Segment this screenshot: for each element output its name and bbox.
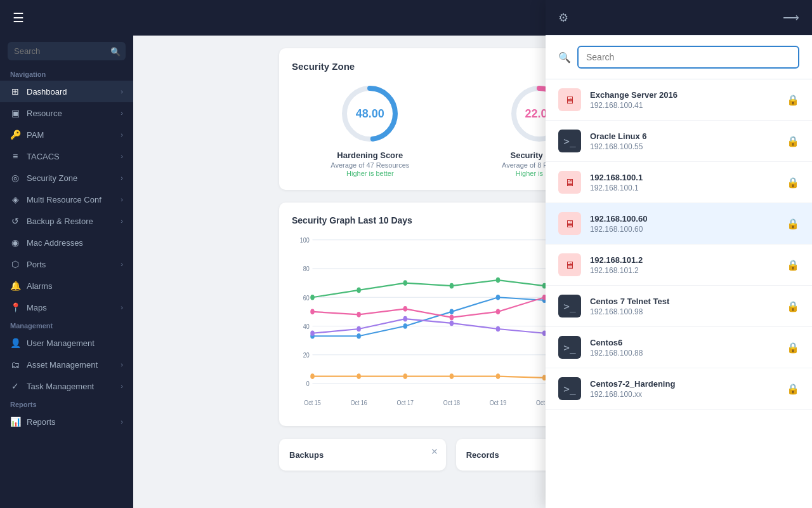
svg-point-34: [403, 323, 408, 329]
svg-point-45: [403, 306, 408, 312]
sidebar-item-dashboard[interactable]: ⊞ Dashboard ›: [0, 81, 133, 102]
sidebar-item-icon-security-zone: ◎: [10, 173, 20, 183]
sidebar-item-security-zone[interactable]: ◎ Security Zone ›: [0, 167, 133, 189]
svg-point-68: [450, 321, 454, 326]
svg-point-79: [450, 373, 454, 379]
svg-point-35: [450, 309, 454, 315]
sidebar-item-multi-resource[interactable]: ◈ Multi Resource Conf ›: [0, 189, 133, 210]
sidebar-item-label-reports: Reports: [27, 417, 56, 427]
sidebar-item-maps[interactable]: 📍 Maps ›: [0, 297, 133, 318]
sidebar-item-reports[interactable]: 📊 Reports ›: [0, 411, 133, 432]
resource-name-ip1: 192.168.100.1: [590, 173, 787, 182]
svg-text:60: 60: [303, 293, 310, 301]
resource-info-centos6: Centos6 192.168.100.88: [590, 338, 787, 358]
resource-icon-oracle: >_: [558, 130, 581, 152]
svg-point-78: [403, 373, 408, 379]
resource-item-centos7-2[interactable]: >_ Centos7-2_Hardening 192.168.100.xx 🔒: [546, 368, 812, 410]
sidebar-item-user-mgmt[interactable]: 👤 User Management: [0, 332, 133, 354]
resource-list: 🖥 Exchange Server 2016 192.168.100.41 🔒 …: [546, 79, 812, 508]
svg-point-80: [496, 373, 501, 379]
panel-search-input[interactable]: [577, 46, 799, 69]
resource-info-exchange: Exchange Server 2016 192.168.100.41: [590, 90, 787, 110]
sidebar-item-label-resource: Resource: [27, 109, 62, 118]
resource-info-centos-telnet: Centos 7 Telnet Test 192.168.100.98: [590, 297, 787, 316]
svg-text:Oct 16: Oct 16: [350, 399, 367, 406]
sidebar-item-label-ports: Ports: [27, 260, 46, 269]
sidebar: S SECHARD Complete Zero Trust 🔍 Navigati…: [0, 0, 133, 508]
sidebar-item-label-mac-addresses: Mac Addresses: [27, 238, 83, 248]
panel-search-bar: 🔍: [546, 36, 812, 79]
resource-ip-ip1: 192.168.100.1: [590, 184, 787, 192]
resource-name-oracle: Oracle Linux 6: [590, 131, 787, 141]
sidebar-chevron-multi-resource: ›: [121, 196, 123, 203]
resource-ip-ip60: 192.168.100.60: [590, 225, 787, 234]
resource-icon-ip1: 🖥: [558, 171, 581, 194]
svg-text:Oct 17: Oct 17: [397, 399, 414, 406]
sidebar-item-icon-multi-resource: ◈: [10, 194, 20, 204]
sidebar-nav: Navigation ⊞ Dashboard › ▣ Resource › 🔑 …: [0, 67, 133, 432]
sidebar-item-label-asset-mgmt: Asset Management: [27, 360, 98, 370]
sidebar-chevron-maps: ›: [121, 304, 123, 311]
sidebar-item-left: ◈ Multi Resource Conf: [10, 194, 102, 204]
resource-item-ip60[interactable]: 🖥 192.168.100.60 192.168.100.60 🔒: [546, 203, 812, 244]
resource-lock-ip1: 🔒: [787, 177, 799, 189]
sidebar-item-tacacs[interactable]: ≡ TACACS ›: [0, 145, 133, 167]
sidebar-item-label-tacacs: TACACS: [27, 152, 60, 161]
sidebar-search-input[interactable]: [8, 42, 126, 60]
hamburger-icon[interactable]: ☰: [13, 10, 24, 25]
sidebar-item-resource[interactable]: ▣ Resource ›: [0, 102, 133, 124]
sidebar-chevron-dashboard: ›: [121, 88, 123, 95]
svg-text:80: 80: [303, 265, 310, 272]
sidebar-item-left: ✓ Task Management: [10, 381, 94, 391]
sidebar-item-alarms[interactable]: 🔔 Alarms: [0, 275, 133, 297]
svg-text:Oct 15: Oct 15: [304, 399, 320, 406]
resource-ip-centos6: 192.168.100.88: [590, 349, 787, 358]
svg-point-57: [450, 283, 454, 289]
sidebar-item-label-alarms: Alarms: [27, 281, 52, 291]
svg-text:100: 100: [300, 236, 310, 244]
sidebar-search-container: 🔍: [0, 36, 133, 67]
panel-close-icon[interactable]: ⟶: [783, 11, 799, 25]
sidebar-item-ports[interactable]: ⬡ Ports ›: [0, 253, 133, 275]
resource-lock-ip60: 🔒: [787, 218, 799, 230]
sidebar-item-left: 🗂 Asset Management: [10, 359, 98, 370]
svg-text:40: 40: [303, 323, 310, 330]
svg-point-77: [357, 373, 361, 379]
sidebar-item-pam[interactable]: 🔑 PAM ›: [0, 124, 133, 145]
bottom-card-title-records: Records: [466, 450, 499, 460]
sidebar-item-backup-restore[interactable]: ↺ Backup & Restore ›: [0, 210, 133, 232]
sidebar-item-icon-reports: 📊: [10, 417, 20, 427]
resource-item-centos-telnet[interactable]: >_ Centos 7 Telnet Test 192.168.100.98 🔒: [546, 286, 812, 327]
resource-item-ip1[interactable]: 🖥 192.168.100.1 192.168.100.1 🔒: [546, 162, 812, 203]
svg-text:Oct 18: Oct 18: [443, 399, 460, 406]
sidebar-item-task-mgmt[interactable]: ✓ Task Management ›: [0, 375, 133, 397]
sidebar-chevron-asset-mgmt: ›: [121, 361, 123, 368]
sidebar-item-left: ⬡ Ports: [10, 259, 46, 269]
svg-point-55: [357, 288, 361, 293]
sidebar-item-mac-addresses[interactable]: ◉ Mac Addresses: [0, 232, 133, 253]
resource-item-ip1012[interactable]: 🖥 192.168.101.2 192.168.101.2 🔒: [546, 244, 812, 286]
resource-lock-ip1012: 🔒: [787, 259, 799, 271]
donut-hardening: 48.00: [338, 82, 402, 145]
resource-item-exchange[interactable]: 🖥 Exchange Server 2016 192.168.100.41 🔒: [546, 79, 812, 121]
sidebar-chevron-pam: ›: [121, 131, 123, 138]
sidebar-item-asset-mgmt[interactable]: 🗂 Asset Management ›: [0, 354, 133, 375]
resource-item-oracle[interactable]: >_ Oracle Linux 6 192.168.100.55 🔒: [546, 121, 812, 162]
resource-info-ip1: 192.168.100.1 192.168.100.1: [590, 173, 787, 192]
panel-settings-icon[interactable]: ⚙: [558, 11, 568, 25]
sidebar-item-left: 📍 Maps: [10, 302, 47, 312]
sidebar-item-icon-tacacs: ≡: [10, 151, 20, 161]
resource-icon-ip60: 🖥: [558, 212, 581, 235]
resource-lock-centos6: 🔒: [787, 342, 799, 354]
resource-name-exchange: Exchange Server 2016: [590, 90, 787, 100]
bottom-card-backups: Backups ✕: [279, 439, 446, 471]
resource-icon-centos6: >_: [558, 336, 581, 359]
sidebar-item-icon-ports: ⬡: [10, 259, 20, 269]
bottom-card-title-backups: Backups: [289, 450, 324, 460]
score-label-hardening: Hardening Score: [337, 150, 403, 160]
sidebar-item-left: ↺ Backup & Restore: [10, 216, 93, 226]
resource-item-centos6[interactable]: >_ Centos6 192.168.100.88 🔒: [546, 327, 812, 368]
svg-point-69: [496, 326, 501, 332]
panel-header: ⚙ ⟶: [546, 0, 812, 36]
bottom-card-close-backups[interactable]: ✕: [431, 446, 438, 457]
